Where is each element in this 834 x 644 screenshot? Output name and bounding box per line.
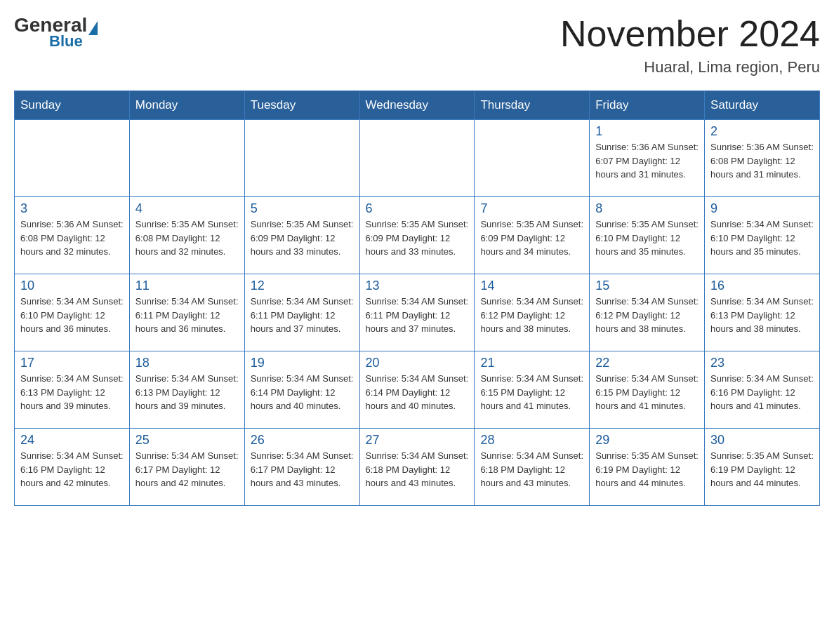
calendar-cell: 11Sunrise: 5:34 AM Sunset: 6:11 PM Dayli… (129, 274, 244, 351)
day-info: Sunrise: 5:34 AM Sunset: 6:11 PM Dayligh… (135, 295, 239, 336)
calendar-cell: 10Sunrise: 5:34 AM Sunset: 6:10 PM Dayli… (15, 274, 130, 351)
calendar-cell: 2Sunrise: 5:36 AM Sunset: 6:08 PM Daylig… (705, 120, 820, 197)
calendar-week-2: 3Sunrise: 5:36 AM Sunset: 6:08 PM Daylig… (15, 197, 820, 274)
day-info: Sunrise: 5:34 AM Sunset: 6:13 PM Dayligh… (20, 372, 124, 413)
day-number: 10 (20, 279, 124, 293)
day-number: 14 (480, 279, 583, 293)
calendar-cell: 20Sunrise: 5:34 AM Sunset: 6:14 PM Dayli… (359, 351, 475, 429)
page-header: General Blue November 2024 Huaral, Lima … (14, 14, 820, 76)
day-info: Sunrise: 5:34 AM Sunset: 6:16 PM Dayligh… (710, 372, 814, 413)
calendar-cell: 6Sunrise: 5:35 AM Sunset: 6:09 PM Daylig… (359, 197, 475, 274)
col-header-tuesday: Tuesday (244, 91, 359, 120)
calendar-cell (15, 120, 130, 197)
col-header-friday: Friday (590, 91, 705, 120)
calendar-cell: 25Sunrise: 5:34 AM Sunset: 6:17 PM Dayli… (129, 429, 244, 506)
day-number: 25 (135, 433, 239, 448)
day-info: Sunrise: 5:34 AM Sunset: 6:10 PM Dayligh… (710, 217, 814, 259)
day-number: 11 (135, 279, 239, 293)
calendar-week-5: 24Sunrise: 5:34 AM Sunset: 6:16 PM Dayli… (15, 429, 820, 506)
day-number: 4 (135, 201, 239, 216)
day-info: Sunrise: 5:35 AM Sunset: 6:10 PM Dayligh… (595, 217, 699, 259)
day-info: Sunrise: 5:36 AM Sunset: 6:07 PM Dayligh… (595, 140, 699, 182)
calendar-cell: 27Sunrise: 5:34 AM Sunset: 6:18 PM Dayli… (359, 429, 475, 506)
calendar-cell: 8Sunrise: 5:35 AM Sunset: 6:10 PM Daylig… (590, 197, 705, 274)
calendar-cell: 12Sunrise: 5:34 AM Sunset: 6:11 PM Dayli… (244, 274, 359, 351)
day-info: Sunrise: 5:35 AM Sunset: 6:08 PM Dayligh… (135, 217, 239, 259)
day-number: 16 (710, 279, 814, 293)
day-number: 18 (135, 356, 239, 370)
day-number: 12 (251, 279, 354, 293)
day-info: Sunrise: 5:34 AM Sunset: 6:13 PM Dayligh… (710, 295, 814, 336)
calendar-cell: 15Sunrise: 5:34 AM Sunset: 6:12 PM Dayli… (590, 274, 705, 351)
col-header-wednesday: Wednesday (359, 91, 475, 120)
day-info: Sunrise: 5:34 AM Sunset: 6:12 PM Dayligh… (480, 295, 583, 336)
day-info: Sunrise: 5:34 AM Sunset: 6:12 PM Dayligh… (595, 295, 699, 336)
calendar-cell (244, 120, 359, 197)
title-section: November 2024 Huaral, Lima region, Peru (560, 14, 820, 76)
day-number: 30 (710, 433, 814, 448)
day-info: Sunrise: 5:34 AM Sunset: 6:13 PM Dayligh… (135, 372, 239, 413)
day-number: 17 (20, 356, 124, 370)
day-info: Sunrise: 5:34 AM Sunset: 6:11 PM Dayligh… (251, 295, 354, 336)
calendar-table: SundayMondayTuesdayWednesdayThursdayFrid… (14, 90, 820, 506)
day-number: 6 (366, 201, 469, 216)
logo: General Blue (14, 14, 98, 51)
calendar-cell: 14Sunrise: 5:34 AM Sunset: 6:12 PM Dayli… (475, 274, 590, 351)
day-info: Sunrise: 5:36 AM Sunset: 6:08 PM Dayligh… (710, 140, 814, 182)
day-number: 23 (710, 356, 814, 370)
calendar-cell: 22Sunrise: 5:34 AM Sunset: 6:15 PM Dayli… (590, 351, 705, 429)
day-number: 28 (480, 433, 583, 448)
calendar-cell: 1Sunrise: 5:36 AM Sunset: 6:07 PM Daylig… (590, 120, 705, 197)
calendar-cell: 18Sunrise: 5:34 AM Sunset: 6:13 PM Dayli… (129, 351, 244, 429)
day-info: Sunrise: 5:34 AM Sunset: 6:18 PM Dayligh… (480, 449, 583, 490)
day-number: 2 (710, 124, 814, 139)
day-info: Sunrise: 5:34 AM Sunset: 6:15 PM Dayligh… (595, 372, 699, 413)
day-number: 1 (595, 124, 699, 139)
calendar-cell (475, 120, 590, 197)
calendar-cell: 30Sunrise: 5:35 AM Sunset: 6:19 PM Dayli… (705, 429, 820, 506)
calendar-cell: 28Sunrise: 5:34 AM Sunset: 6:18 PM Dayli… (475, 429, 590, 506)
day-number: 22 (595, 356, 699, 370)
day-info: Sunrise: 5:35 AM Sunset: 6:09 PM Dayligh… (366, 217, 469, 259)
logo-blue-text: Blue (49, 32, 83, 51)
day-info: Sunrise: 5:35 AM Sunset: 6:19 PM Dayligh… (710, 449, 814, 490)
day-info: Sunrise: 5:34 AM Sunset: 6:10 PM Dayligh… (20, 295, 124, 336)
calendar-cell: 3Sunrise: 5:36 AM Sunset: 6:08 PM Daylig… (15, 197, 130, 274)
calendar-header-row: SundayMondayTuesdayWednesdayThursdayFrid… (15, 91, 820, 120)
col-header-monday: Monday (129, 91, 244, 120)
day-number: 20 (366, 356, 469, 370)
calendar-cell: 7Sunrise: 5:35 AM Sunset: 6:09 PM Daylig… (475, 197, 590, 274)
col-header-thursday: Thursday (475, 91, 590, 120)
day-number: 5 (251, 201, 354, 216)
calendar-cell: 9Sunrise: 5:34 AM Sunset: 6:10 PM Daylig… (705, 197, 820, 274)
day-info: Sunrise: 5:34 AM Sunset: 6:17 PM Dayligh… (135, 449, 239, 490)
day-number: 19 (251, 356, 354, 370)
calendar-cell: 23Sunrise: 5:34 AM Sunset: 6:16 PM Dayli… (705, 351, 820, 429)
calendar-cell: 4Sunrise: 5:35 AM Sunset: 6:08 PM Daylig… (129, 197, 244, 274)
day-info: Sunrise: 5:35 AM Sunset: 6:19 PM Dayligh… (595, 449, 699, 490)
day-info: Sunrise: 5:34 AM Sunset: 6:11 PM Dayligh… (366, 295, 469, 336)
day-info: Sunrise: 5:34 AM Sunset: 6:15 PM Dayligh… (480, 372, 583, 413)
calendar-cell: 29Sunrise: 5:35 AM Sunset: 6:19 PM Dayli… (590, 429, 705, 506)
day-number: 8 (595, 201, 699, 216)
day-info: Sunrise: 5:34 AM Sunset: 6:16 PM Dayligh… (20, 449, 124, 490)
calendar-cell: 24Sunrise: 5:34 AM Sunset: 6:16 PM Dayli… (15, 429, 130, 506)
month-title: November 2024 (560, 14, 820, 54)
calendar-cell: 21Sunrise: 5:34 AM Sunset: 6:15 PM Dayli… (475, 351, 590, 429)
col-header-saturday: Saturday (705, 91, 820, 120)
day-number: 7 (480, 201, 583, 216)
calendar-cell (359, 120, 475, 197)
day-info: Sunrise: 5:34 AM Sunset: 6:17 PM Dayligh… (251, 449, 354, 490)
location-title: Huaral, Lima region, Peru (560, 58, 820, 76)
day-number: 26 (251, 433, 354, 448)
calendar-cell: 16Sunrise: 5:34 AM Sunset: 6:13 PM Dayli… (705, 274, 820, 351)
day-number: 9 (710, 201, 814, 216)
calendar-week-1: 1Sunrise: 5:36 AM Sunset: 6:07 PM Daylig… (15, 120, 820, 197)
calendar-cell: 26Sunrise: 5:34 AM Sunset: 6:17 PM Dayli… (244, 429, 359, 506)
day-number: 27 (366, 433, 469, 448)
col-header-sunday: Sunday (15, 91, 130, 120)
day-info: Sunrise: 5:35 AM Sunset: 6:09 PM Dayligh… (251, 217, 354, 259)
day-number: 13 (366, 279, 469, 293)
day-info: Sunrise: 5:35 AM Sunset: 6:09 PM Dayligh… (480, 217, 583, 259)
day-info: Sunrise: 5:34 AM Sunset: 6:18 PM Dayligh… (366, 449, 469, 490)
